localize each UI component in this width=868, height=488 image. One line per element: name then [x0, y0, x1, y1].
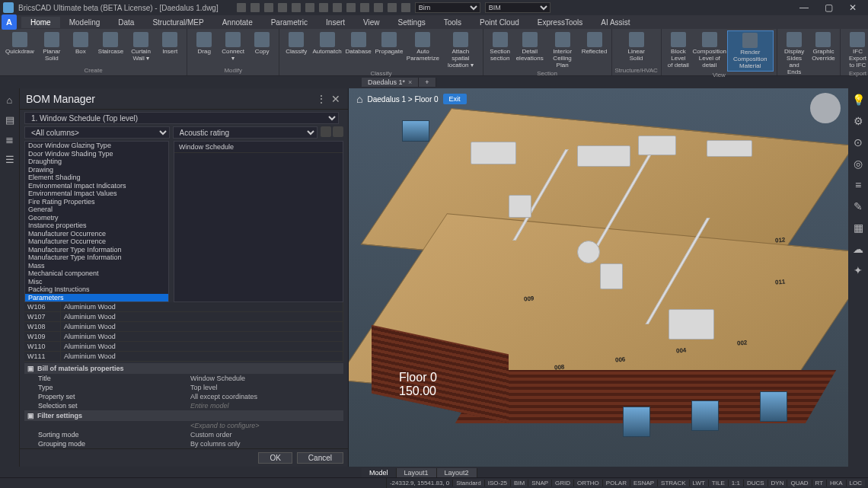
close-button[interactable]: ✕	[841, 0, 865, 15]
layout-tab-layout2[interactable]: Layout2	[437, 468, 477, 477]
table-row[interactable]: W111Aluminium Wood	[24, 352, 343, 362]
ribbon-tab-settings[interactable]: Settings	[389, 17, 435, 28]
category-item[interactable]: Misc	[25, 278, 168, 286]
category-item[interactable]: Mechanical component	[25, 270, 168, 278]
property-row[interactable]: <Expand to configure>	[24, 421, 343, 430]
table-row[interactable]: W109Aluminium Wood	[24, 332, 343, 342]
filter-icon[interactable]	[321, 126, 331, 137]
panel-menu-icon[interactable]: ⋮	[316, 93, 327, 105]
table-row[interactable]: W110Aluminium Wood	[24, 342, 343, 352]
ribbon-reflected-button[interactable]: Reflected	[581, 30, 608, 56]
ribbon-composition-button[interactable]: Composition Level of detail	[694, 30, 726, 70]
property-value[interactable]: Window Schedule	[190, 375, 343, 382]
qat-icon[interactable]	[305, 3, 314, 12]
ribbon-planar-button[interactable]: Planar Solid	[38, 30, 65, 63]
ribbon-classify-button[interactable]: Classify	[282, 30, 310, 56]
ribbon-copy-button[interactable]: Copy	[248, 30, 276, 56]
property-row[interactable]: Property setAll except coordinates	[24, 392, 343, 401]
qat-icon[interactable]	[346, 3, 356, 12]
property-row[interactable]: Selection setEntire model	[24, 401, 343, 410]
ribbon-graphic-button[interactable]: Graphic Override	[809, 30, 837, 63]
columns-select[interactable]: <All columns>	[24, 126, 170, 139]
qat-icon[interactable]	[251, 3, 260, 12]
category-item[interactable]: Manufacturer Type Information	[25, 254, 168, 262]
qat-icon[interactable]	[237, 3, 246, 12]
ribbon-tab-parametric[interactable]: Parametric	[262, 17, 317, 28]
status-strack[interactable]: STRACK	[657, 480, 688, 486]
property-row[interactable]: TypeTop level	[24, 383, 343, 392]
ribbon-detail-button[interactable]: Detail elevations	[515, 30, 544, 63]
ribbon-auto-button[interactable]: Auto Parametrize	[406, 30, 440, 63]
category-item[interactable]: Manufacturer Occurrence	[25, 230, 168, 238]
category-item[interactable]: Draughting	[25, 158, 168, 166]
category-item[interactable]: Drawing	[25, 166, 168, 174]
breadcrumb-exit-button[interactable]: Exit	[443, 94, 467, 104]
ribbon-tab-structuralmep[interactable]: Structural/MEP	[143, 17, 212, 28]
hierarchy-icon[interactable]: ☰	[3, 152, 17, 166]
qat-icon[interactable]	[388, 3, 397, 12]
status-11[interactable]: 1:1	[728, 480, 743, 486]
layout-tab-layout1[interactable]: Layout1	[397, 468, 437, 477]
export-icon[interactable]	[333, 126, 343, 137]
ribbon-section-button[interactable]: Section section	[487, 30, 514, 63]
qat-icon[interactable]	[374, 3, 383, 12]
ribbon-displaysides-button[interactable]: Display Sides and Ends	[780, 30, 809, 77]
props-section-header[interactable]: ▣Bill of materials properties	[24, 363, 343, 374]
category-item[interactable]: Geometry	[25, 214, 168, 222]
ribbon-drag-button[interactable]: Drag	[190, 30, 218, 56]
ribbon-connect-button[interactable]: Connect ▾	[219, 30, 247, 63]
ribbon-interior-button[interactable]: Interior Ceiling Plan	[546, 30, 579, 70]
property-value[interactable]: Custom order	[190, 431, 343, 439]
document-tab[interactable]: Daedalus 1* ×	[362, 78, 419, 87]
home-icon[interactable]: ⌂	[3, 93, 17, 107]
ribbon-box-button[interactable]: Box	[67, 30, 94, 56]
category-list[interactable]: Door Window Glazing TypeDoor Window Shad…	[24, 141, 169, 302]
sliders-icon[interactable]: ⚙	[851, 114, 865, 128]
balloon-icon[interactable]: ⊙	[851, 136, 865, 149]
table-row[interactable]: W106Aluminium Wood	[24, 302, 343, 312]
ribbon-tab-modeling[interactable]: Modeling	[60, 17, 110, 28]
ribbon-tab-pointcloud[interactable]: Point Cloud	[471, 17, 528, 28]
cancel-button[interactable]: Cancel	[297, 452, 343, 464]
status-ducs[interactable]: DUCS	[743, 480, 767, 486]
category-item[interactable]: Mass	[25, 262, 168, 270]
qat-icon[interactable]	[292, 3, 301, 12]
status-standard[interactable]: Standard	[452, 480, 483, 486]
ribbon-ifc-button[interactable]: IFC Export to IFC	[844, 30, 868, 70]
status-lwt[interactable]: LWT	[689, 480, 708, 486]
status-hka[interactable]: HKA	[826, 480, 845, 486]
category-item[interactable]: Parameters	[25, 294, 168, 302]
target-icon[interactable]: ◎	[851, 157, 865, 171]
qat-icon[interactable]	[264, 3, 273, 12]
property-row[interactable]: Sorting modeCustom order	[24, 430, 343, 439]
3d-viewport[interactable]: ⌂ Daedalus 1 > Floor 0 Exit Floor 0 150.…	[349, 88, 848, 467]
table-row[interactable]: W107Aluminium Wood	[24, 312, 343, 322]
breadcrumb-home-icon[interactable]: ⌂	[356, 93, 362, 105]
ribbon-tab-tools[interactable]: Tools	[435, 17, 471, 28]
category-item[interactable]: Packing Instructions	[25, 285, 168, 294]
pin-icon[interactable]: ✦	[851, 263, 865, 277]
document-tab-add[interactable]: +	[419, 78, 436, 87]
status-quad[interactable]: QUAD	[787, 480, 811, 486]
start-button[interactable]: A	[2, 14, 17, 30]
category-item[interactable]: Manufacturer Type Information	[25, 246, 168, 254]
status-grid[interactable]: GRID	[551, 480, 573, 486]
minimize-button[interactable]: —	[792, 0, 816, 15]
grid-icon[interactable]: ▦	[851, 221, 865, 234]
status-rt[interactable]: RT	[812, 480, 827, 486]
filter-select[interactable]: Acoustic rating	[173, 126, 318, 139]
structure-icon[interactable]: ▤	[3, 113, 17, 126]
maximize-button[interactable]: ▢	[816, 0, 841, 15]
qat-icon[interactable]	[333, 3, 342, 12]
ribbon-rendercomposition-button[interactable]: Render Composition Material	[727, 30, 774, 72]
workspace-select-2[interactable]: BIM	[485, 2, 550, 13]
cloud-icon[interactable]: ☁	[851, 242, 865, 256]
ribbon-tab-annotate[interactable]: Annotate	[213, 17, 262, 28]
status-snap[interactable]: SNAP	[528, 480, 551, 486]
ribbon-insert-button[interactable]: Insert	[156, 30, 183, 56]
qat-icon[interactable]	[319, 3, 328, 12]
category-item[interactable]: Element Shading	[25, 174, 168, 182]
status-dyn[interactable]: DYN	[767, 480, 787, 486]
category-item[interactable]: Fire Rating Properties	[25, 198, 168, 206]
ribbon-linear-button[interactable]: Linear Solid	[623, 30, 650, 63]
